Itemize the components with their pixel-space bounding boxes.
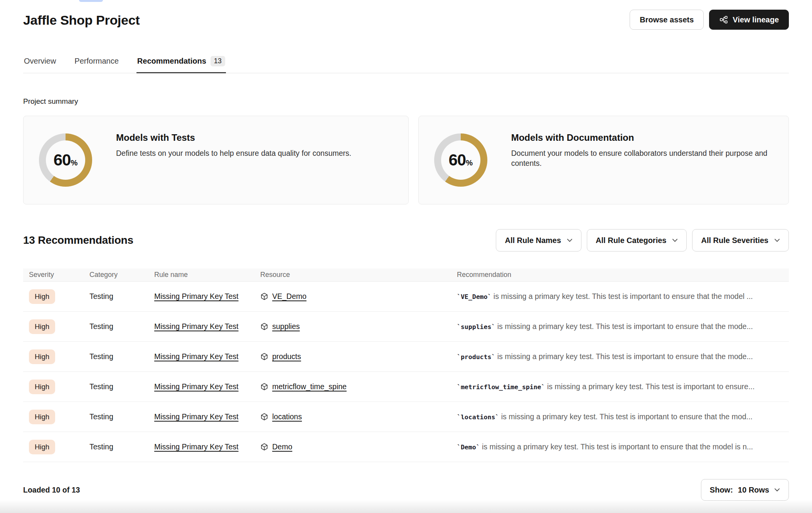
top-cutoff-element xyxy=(79,0,103,2)
rule-name-link[interactable]: Missing Primary Key Test xyxy=(154,442,239,451)
severity-badge: High xyxy=(29,410,55,424)
category-cell: Testing xyxy=(89,382,154,391)
severity-badge: High xyxy=(29,440,55,454)
donut-center-value: 60 % xyxy=(54,151,78,169)
recommendations-heading: 13 Recommendations xyxy=(23,234,133,246)
table-body: High Testing Missing Primary Key Test VE… xyxy=(23,282,789,462)
show-label: Show: xyxy=(710,486,733,494)
rows-per-page-selector[interactable]: Show: 10 Rows xyxy=(701,479,789,501)
recommendations-table: Severity Category Rule name Resource Rec… xyxy=(23,268,789,462)
recommendation-model-code: `Demo` xyxy=(457,444,480,451)
card-text: Models with Tests Define tests on your m… xyxy=(116,116,351,159)
chevron-down-icon xyxy=(774,488,780,492)
table-row: High Testing Missing Primary Key Test pr… xyxy=(23,342,789,372)
severity-cell: High xyxy=(29,410,89,424)
resource-link[interactable]: locations xyxy=(272,412,302,421)
tab-bar: Overview Performance Recommendations 13 xyxy=(23,53,789,73)
severity-cell: High xyxy=(29,380,89,394)
chevron-down-icon xyxy=(567,238,573,242)
recommendation-model-code: `metricflow_time_spine` xyxy=(457,383,545,391)
browse-assets-button[interactable]: Browse assets xyxy=(630,10,704,30)
model-cube-icon xyxy=(260,353,268,361)
recommendation-cell: `supplies` is missing a primary key test… xyxy=(457,322,789,331)
rule-name-link[interactable]: Missing Primary Key Test xyxy=(154,352,239,361)
rule-categories-filter-label: All Rule Categories xyxy=(596,236,666,245)
card-title: Models with Tests xyxy=(116,132,351,143)
rule-name-link[interactable]: Missing Primary Key Test xyxy=(154,322,239,331)
lineage-icon xyxy=(719,15,728,24)
severity-badge: High xyxy=(29,319,55,334)
column-header-category: Category xyxy=(89,271,154,279)
card-description: Define tests on your models to help ensu… xyxy=(116,148,351,159)
rule-categories-filter[interactable]: All Rule Categories xyxy=(587,229,687,251)
table-footer: Loaded 10 of 13 Show: 10 Rows xyxy=(23,479,789,501)
severity-cell: High xyxy=(29,319,89,334)
rule-name-link[interactable]: Missing Primary Key Test xyxy=(154,412,239,421)
severity-cell: High xyxy=(29,440,89,454)
resource-link[interactable]: VE_Demo xyxy=(272,292,307,301)
recommendation-text: is missing a primary key test. This test… xyxy=(545,382,755,391)
summary-cards: 60 % Models with Tests Define tests on y… xyxy=(23,116,789,204)
recommendation-model-code: `locations` xyxy=(457,413,499,421)
resource-link[interactable]: metricflow_time_spine xyxy=(272,382,347,391)
rule-name-link[interactable]: Missing Primary Key Test xyxy=(154,382,239,391)
chevron-down-icon xyxy=(774,238,780,242)
recommendation-cell: `metricflow_time_spine` is missing a pri… xyxy=(457,382,789,391)
tab-performance[interactable]: Performance xyxy=(74,53,120,73)
resource-link[interactable]: supplies xyxy=(272,322,300,331)
rule-names-filter[interactable]: All Rule Names xyxy=(496,229,581,251)
tab-recommendations[interactable]: Recommendations 13 xyxy=(136,53,226,73)
rule-name-cell: Missing Primary Key Test xyxy=(154,292,260,301)
recommendation-cell: `VE_Demo` is missing a primary key test.… xyxy=(457,292,789,301)
models-with-documentation-card: 60 % Models with Documentation Document … xyxy=(418,116,789,204)
resource-link[interactable]: Demo xyxy=(272,442,292,451)
project-summary-label: Project summary xyxy=(23,97,789,106)
rule-name-cell: Missing Primary Key Test xyxy=(154,352,260,361)
recommendation-text: is missing a primary key test. This test… xyxy=(495,352,753,361)
models-with-tests-donut: 60 % xyxy=(39,133,92,187)
models-with-documentation-donut: 60 % xyxy=(434,133,487,187)
category-cell: Testing xyxy=(89,352,154,361)
recommendation-text: is missing a primary key test. This test… xyxy=(495,322,753,331)
page-header: Jaffle Shop Project Browse assets View l… xyxy=(0,0,812,30)
table-row: High Testing Missing Primary Key Test VE… xyxy=(23,282,789,312)
tab-recommendations-label: Recommendations xyxy=(137,57,206,66)
model-cube-icon xyxy=(260,292,268,300)
bottom-scroll-fade xyxy=(0,500,812,513)
card-title: Models with Documentation xyxy=(511,132,773,143)
filter-bar: All Rule Names All Rule Categories All R… xyxy=(496,229,789,251)
rule-severities-filter[interactable]: All Rule Severities xyxy=(692,229,789,251)
column-header-recommendation: Recommendation xyxy=(457,271,789,279)
model-cube-icon xyxy=(260,443,268,451)
resource-cell: Demo xyxy=(260,442,457,451)
rows-value: 10 Rows xyxy=(738,486,769,494)
tab-overview-label: Overview xyxy=(24,57,56,66)
tab-overview[interactable]: Overview xyxy=(23,53,57,73)
table-row: High Testing Missing Primary Key Test me… xyxy=(23,372,789,402)
recommendations-count-badge: 13 xyxy=(211,56,225,66)
category-cell: Testing xyxy=(89,412,154,421)
recommendation-cell: `products` is missing a primary key test… xyxy=(457,352,789,361)
category-cell: Testing xyxy=(89,442,154,451)
rule-name-link[interactable]: Missing Primary Key Test xyxy=(154,292,239,300)
category-cell: Testing xyxy=(89,322,154,331)
table-row: High Testing Missing Primary Key Test su… xyxy=(23,312,789,342)
severity-cell: High xyxy=(29,289,89,304)
tab-performance-label: Performance xyxy=(74,57,119,66)
rule-severities-filter-label: All Rule Severities xyxy=(701,236,768,245)
recommendation-model-code: `supplies` xyxy=(457,323,495,331)
loaded-count-text: Loaded 10 of 13 xyxy=(23,486,80,494)
table-row: High Testing Missing Primary Key Test lo… xyxy=(23,402,789,432)
recommendation-model-code: `products` xyxy=(457,353,495,361)
severity-cell: High xyxy=(29,349,89,364)
resource-link[interactable]: products xyxy=(272,352,301,361)
resource-cell: supplies xyxy=(260,322,457,331)
table-row: High Testing Missing Primary Key Test De… xyxy=(23,432,789,462)
donut-center-value: 60 % xyxy=(448,151,473,169)
table-header-row: Severity Category Rule name Resource Rec… xyxy=(23,268,789,282)
rule-name-cell: Missing Primary Key Test xyxy=(154,322,260,331)
column-header-resource: Resource xyxy=(260,271,457,279)
rule-name-cell: Missing Primary Key Test xyxy=(154,382,260,391)
view-lineage-button[interactable]: View lineage xyxy=(709,10,789,30)
recommendation-model-code: `VE_Demo` xyxy=(457,293,491,300)
